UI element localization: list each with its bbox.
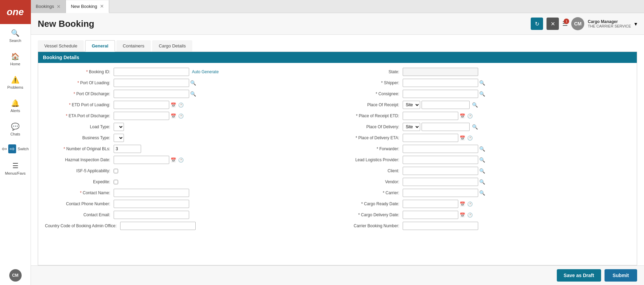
cargo-delivery-calendar-button[interactable]: 📅 — [459, 212, 466, 218]
port-of-discharge-search-button[interactable]: 🔍 — [189, 91, 197, 97]
lead-logistics-input[interactable] — [403, 156, 478, 164]
sidebar-item-user-avatar[interactable]: CM — [0, 264, 31, 285]
etd-port-loading-input[interactable] — [114, 101, 169, 109]
hazmat-date-input[interactable] — [114, 156, 169, 164]
hazmat-clock-button[interactable]: 🕐 — [177, 157, 184, 163]
num-bls-input[interactable] — [114, 145, 141, 153]
section-header: Booking Details — [38, 52, 637, 63]
place-of-delivery-search-button[interactable]: 🔍 — [471, 124, 479, 130]
cargo-ready-calendar-button[interactable]: 📅 — [459, 201, 466, 207]
consignee-input[interactable] — [403, 90, 478, 98]
place-of-receipt-type-select[interactable]: Site — [403, 101, 420, 109]
search-icon: 🔍 — [11, 29, 20, 37]
state-input[interactable] — [403, 68, 478, 76]
sidebar-item-alerts[interactable]: 🔔 Alerts — [0, 94, 31, 118]
forwarder-row: * Forwarder: 🔍 — [337, 143, 630, 154]
tab-vessel-schedule[interactable]: Vessel Schedule — [38, 40, 84, 52]
contact-phone-label: Contact Phone Number: — [45, 201, 114, 206]
forwarder-search-button[interactable]: 🔍 — [478, 146, 486, 152]
tab-containers[interactable]: Containers — [116, 40, 151, 52]
port-of-loading-input[interactable] — [114, 79, 189, 87]
tab-new-booking-close[interactable]: ✕ — [100, 3, 104, 9]
vendor-input[interactable] — [403, 178, 478, 186]
expedite-label: Expedite: — [45, 179, 114, 184]
contact-email-input[interactable] — [114, 211, 189, 219]
contact-phone-input[interactable] — [114, 200, 189, 208]
consignee-label: * Consignee: — [337, 91, 403, 96]
client-search-button[interactable]: 🔍 — [478, 168, 486, 174]
auto-generate-link[interactable]: Auto Generate — [192, 69, 219, 74]
etd-port-loading-calendar-button[interactable]: 📅 — [170, 102, 177, 108]
eta-port-discharge-calendar-button[interactable]: 📅 — [170, 113, 177, 119]
vendor-search-button[interactable]: 🔍 — [478, 179, 486, 185]
submit-button[interactable]: Submit — [605, 269, 637, 282]
business-type-select[interactable] — [114, 134, 124, 142]
etd-port-loading-input-group: 📅 🕐 — [114, 101, 184, 109]
place-of-delivery-input[interactable] — [422, 123, 470, 131]
sidebar-item-label: Alerts — [10, 109, 20, 113]
vendor-label: Vendor: — [337, 179, 403, 184]
sidebar-item-home[interactable]: 🏠 Home — [0, 47, 31, 71]
carrier-booking-number-input[interactable] — [403, 222, 478, 230]
forwarder-input[interactable] — [403, 145, 478, 153]
etd-port-loading-clock-button[interactable]: 🕐 — [177, 102, 184, 108]
eta-port-discharge-clock-button[interactable]: 🕐 — [177, 113, 184, 119]
sidebar-item-search[interactable]: 🔍 Search — [0, 24, 31, 47]
place-of-delivery-type-select[interactable]: Site — [403, 123, 420, 131]
tab-bookings[interactable]: Bookings ✕ — [31, 0, 66, 13]
expedite-checkbox[interactable] — [114, 180, 118, 184]
isf5-checkbox[interactable] — [114, 169, 118, 173]
eta-port-discharge-input[interactable] — [114, 112, 169, 120]
hazmat-calendar-button[interactable]: 📅 — [170, 157, 177, 163]
save-as-draft-button[interactable]: Save as Draft — [557, 269, 601, 282]
business-type-label: Business Type: — [45, 135, 114, 140]
tab-bookings-close[interactable]: ✕ — [57, 4, 61, 9]
sidebar-item-menus[interactable]: ☰ Menus/Favs — [0, 157, 31, 180]
carrier-input[interactable] — [403, 189, 478, 197]
sidebar-item-label: Chats — [10, 132, 20, 136]
close-button[interactable]: ✕ — [547, 18, 559, 30]
place-of-receipt-search-button[interactable]: 🔍 — [471, 102, 479, 108]
place-of-delivery-label: Place Of Delivery: — [337, 124, 403, 129]
place-receipt-etd-input[interactable] — [403, 112, 458, 120]
sidebar-item-problems[interactable]: ⚠️ Problems — [0, 71, 31, 94]
contact-phone-row: Contact Phone Number: — [45, 198, 337, 209]
place-receipt-etd-clock-button[interactable]: 🕐 — [467, 113, 473, 119]
tab-new-booking[interactable]: New Booking ✕ — [66, 0, 109, 13]
client-input[interactable] — [403, 167, 478, 175]
consignee-search-button[interactable]: 🔍 — [478, 91, 486, 97]
switch-icon-right: ⇨ — [8, 144, 16, 153]
user-role: THE CARRIER SERVICE — [588, 24, 631, 28]
carrier-search-button[interactable]: 🔍 — [478, 190, 486, 196]
cargo-delivery-date-input[interactable] — [403, 211, 458, 219]
port-of-loading-search-button[interactable]: 🔍 — [189, 80, 197, 86]
hazmat-date-row: Hazmat Inspection Date: 📅 🕐 — [45, 154, 337, 165]
place-of-receipt-input[interactable] — [422, 101, 470, 109]
tab-bookings-label: Bookings — [36, 4, 54, 9]
lead-logistics-search-button[interactable]: 🔍 — [478, 157, 486, 163]
page-header: New Booking ↻ ✕ ☰ 1 CM Cargo Manager THE… — [31, 13, 644, 35]
cargo-delivery-clock-button[interactable]: 🕐 — [467, 212, 473, 218]
cargo-ready-clock-button[interactable]: 🕐 — [467, 201, 473, 207]
tab-cargo-details[interactable]: Cargo Details — [152, 40, 192, 52]
refresh-button[interactable]: ↻ — [531, 18, 543, 30]
load-type-select[interactable] — [114, 123, 124, 131]
place-delivery-eta-calendar-button[interactable]: 📅 — [459, 135, 466, 141]
user-dropdown-button[interactable]: ▾ — [634, 21, 637, 27]
consignee-row: * Consignee: 🔍 — [337, 88, 630, 99]
port-of-discharge-input[interactable] — [114, 90, 189, 98]
tab-general[interactable]: General — [85, 40, 115, 52]
shipper-input[interactable] — [403, 79, 478, 87]
place-delivery-eta-clock-button[interactable]: 🕐 — [467, 135, 473, 141]
cargo-ready-date-input[interactable] — [403, 200, 458, 208]
booking-id-input[interactable] — [114, 68, 189, 76]
contact-name-input[interactable] — [114, 189, 189, 197]
sidebar-item-chats[interactable]: 💬 Chats — [0, 118, 31, 141]
place-receipt-etd-calendar-button[interactable]: 📅 — [459, 113, 466, 119]
menu-button[interactable]: ☰ 1 — [562, 20, 568, 28]
place-delivery-eta-input[interactable] — [403, 134, 458, 142]
place-of-delivery-row: Place Of Delivery: Site 🔍 — [337, 121, 630, 132]
country-code-input[interactable] — [120, 222, 196, 230]
sidebar-item-switch[interactable]: ⇦ ⇨ Switch — [0, 141, 31, 157]
shipper-search-button[interactable]: 🔍 — [478, 80, 486, 86]
